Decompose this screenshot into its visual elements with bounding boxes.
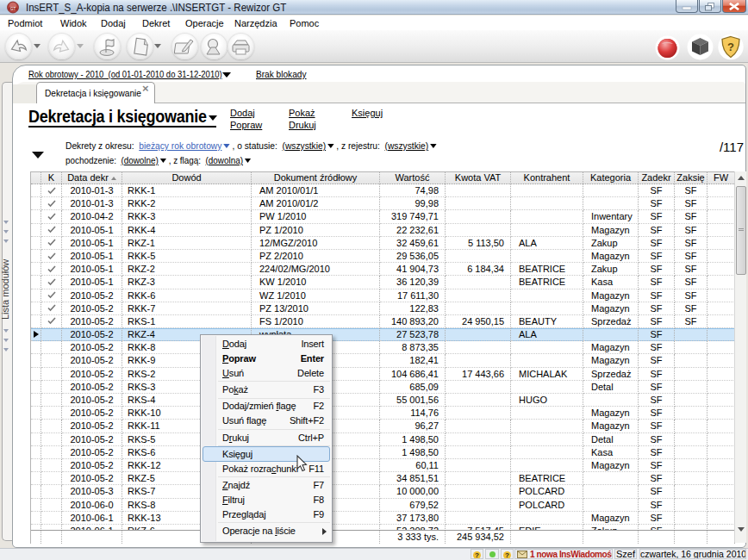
svg-text:?: ? xyxy=(727,40,734,53)
svg-text:GT: GT xyxy=(10,7,16,11)
